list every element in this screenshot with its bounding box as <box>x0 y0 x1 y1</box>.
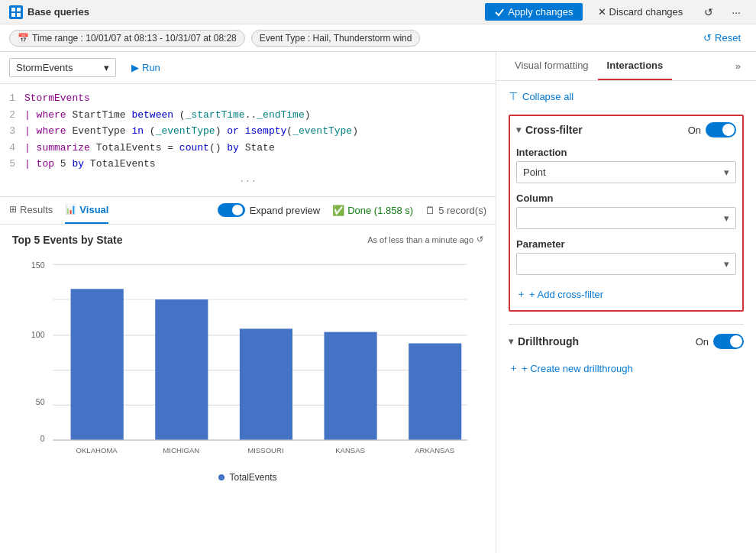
panel-tabs: Visual formatting Interactions » <box>496 52 756 81</box>
visual-tab[interactable]: 📊 Visual <box>65 197 108 224</box>
cross-filter-chevron[interactable]: ▾ <box>516 125 521 135</box>
parameter-chevron-icon: ▾ <box>724 258 729 270</box>
panel-more-button[interactable]: » <box>729 54 747 78</box>
bar-missouri[interactable] <box>240 328 292 440</box>
parameter-label: Parameter <box>516 238 736 250</box>
cross-filter-toggle-group: On <box>688 122 736 137</box>
check-icon: ✅ <box>332 205 344 216</box>
chart-area: Top 5 Events by State As of less than a … <box>0 225 496 554</box>
svg-rect-3 <box>17 13 21 17</box>
legend-dot <box>218 474 225 480</box>
svg-text:KANSAS: KANSAS <box>335 446 365 454</box>
interactions-tab[interactable]: Interactions <box>598 52 673 80</box>
drillthrough-title: Drillthrough <box>518 335 579 348</box>
interaction-label: Interaction <box>516 147 736 158</box>
add-cross-filter-icon: ＋ <box>516 287 526 301</box>
bar-chart: 150 100 50 0 OKLAHOMA MICHIGAN MISSOURI <box>12 255 483 469</box>
create-drillthrough-button[interactable]: ＋ + Create new drillthrough <box>509 358 744 378</box>
results-tab[interactable]: ⊞ Results <box>9 197 53 224</box>
code-line-4: 4 | summarize TotalEvents = count() by S… <box>0 140 496 157</box>
column-dropdown[interactable]: ▾ <box>516 207 736 229</box>
svg-text:OKLAHOMA: OKLAHOMA <box>76 446 118 454</box>
svg-rect-2 <box>11 13 15 17</box>
results-tab-label: Results <box>20 204 53 215</box>
top-bar: Base queries Apply changes ✕ Discard cha… <box>0 0 756 24</box>
cross-filter-toggle[interactable] <box>706 122 736 137</box>
svg-text:MICHIGAN: MICHIGAN <box>163 446 199 454</box>
interaction-chevron-icon: ▾ <box>724 167 729 178</box>
panel-content: ⊤ Collapse all ▾ Cross-filter On <box>496 81 756 553</box>
interaction-value: Point <box>523 167 724 178</box>
drillthrough-title-group: ▾ Drillthrough <box>509 335 579 348</box>
collapse-all-button[interactable]: ⊤ Collapse all <box>509 90 744 102</box>
drillthrough-toggle-group: On <box>696 334 744 349</box>
cross-filter-header: ▾ Cross-filter On <box>516 122 736 137</box>
code-line-3: 3 | where EventType in (_eventType) or i… <box>0 123 496 140</box>
apply-changes-button[interactable]: Apply changes <box>485 3 582 21</box>
expand-preview-control: Expand preview <box>218 203 321 217</box>
reset-icon: ↺ <box>703 32 712 44</box>
select-chevron-icon: ▾ <box>104 62 109 73</box>
event-type-filter[interactable]: Event Type : Hail, Thunderstorm wind <box>251 30 421 47</box>
app-title-area: Base queries <box>9 5 479 19</box>
bar-kansas[interactable] <box>324 331 376 439</box>
left-panel: StormEvents ▾ ▶ Run 1 StormEvents 2 | wh… <box>0 52 496 553</box>
query-select[interactable]: StormEvents ▾ <box>9 58 116 77</box>
collapse-all-label: Collapse all <box>522 91 573 102</box>
chart-legend: TotalEvents <box>12 472 483 483</box>
svg-text:100: 100 <box>31 330 45 339</box>
create-drillthrough-label: + Create new drillthrough <box>522 363 633 374</box>
chart-title-row: Top 5 Events by State As of less than a … <box>12 234 483 246</box>
parameter-dropdown[interactable]: ▾ <box>516 253 736 275</box>
collapse-all-icon: ⊤ <box>509 90 518 102</box>
visual-formatting-tab[interactable]: Visual formatting <box>506 52 598 80</box>
time-range-filter[interactable]: 📅 Time range : 10/01/07 at 08:13 - 10/31… <box>9 30 245 47</box>
svg-text:MISSOURI: MISSOURI <box>247 446 283 454</box>
cross-filter-title: Cross-filter <box>525 124 583 136</box>
bar-arkansas[interactable] <box>409 343 461 440</box>
chart-container: 150 100 50 0 OKLAHOMA MICHIGAN MISSOURI <box>12 255 483 469</box>
code-ellipsis: ··· <box>0 173 496 190</box>
svg-text:0: 0 <box>40 434 45 443</box>
code-editor[interactable]: 1 StormEvents 2 | where StartTime betwee… <box>0 84 496 197</box>
visual-tab-label: Visual <box>79 204 108 215</box>
discard-label: Discard changes <box>609 6 683 18</box>
status-records: 🗒 5 record(s) <box>425 205 486 216</box>
add-cross-filter-button[interactable]: ＋ + Add cross-filter <box>516 284 736 304</box>
filter-bar: 📅 Time range : 10/01/07 at 08:13 - 10/31… <box>0 24 756 52</box>
column-label: Column <box>516 192 736 204</box>
interactions-label: Interactions <box>607 60 664 71</box>
interaction-dropdown[interactable]: Point ▾ <box>516 161 736 183</box>
expand-preview-label: Expand preview <box>250 205 321 216</box>
svg-rect-1 <box>17 8 21 11</box>
right-panel: Visual formatting Interactions » ⊤ Colla… <box>496 52 756 553</box>
time-range-icon: 📅 <box>18 33 29 44</box>
legend-label: TotalEvents <box>229 472 276 483</box>
bar-michigan[interactable] <box>155 299 208 440</box>
drillthrough-toggle[interactable] <box>713 334 744 349</box>
expand-preview-toggle[interactable] <box>218 203 245 217</box>
more-button[interactable]: ··· <box>725 3 747 21</box>
visual-icon: 📊 <box>65 204 76 215</box>
results-tabs: ⊞ Results 📊 Visual Expand preview ✅ Done… <box>0 197 496 225</box>
run-icon: ▶ <box>131 62 139 73</box>
code-line-1: 1 StormEvents <box>0 90 496 107</box>
refresh-chart-icon[interactable]: ↺ <box>477 234 483 244</box>
records-icon: 🗒 <box>425 205 435 216</box>
app-icon <box>9 5 23 19</box>
run-button[interactable]: ▶ Run <box>122 59 170 76</box>
discard-changes-button[interactable]: ✕ Discard changes <box>589 3 693 21</box>
drillthrough-section: ▾ Drillthrough On ＋ + Create new drillth… <box>509 334 744 378</box>
column-chevron-icon: ▾ <box>724 212 729 224</box>
refresh-button[interactable]: ↺ <box>698 3 719 21</box>
drillthrough-chevron[interactable]: ▾ <box>509 336 513 347</box>
bar-oklahoma[interactable] <box>71 289 124 440</box>
reset-button[interactable]: ↺ Reset <box>697 29 747 47</box>
chart-title: Top 5 Events by State <box>12 234 122 246</box>
time-range-text: Time range : 10/01/07 at 08:13 - 10/31/0… <box>32 33 237 44</box>
reset-label: Reset <box>715 32 741 44</box>
svg-rect-0 <box>11 8 15 11</box>
svg-text:150: 150 <box>31 260 45 269</box>
apply-label: Apply changes <box>508 6 573 18</box>
cross-filter-on-label: On <box>688 125 701 136</box>
